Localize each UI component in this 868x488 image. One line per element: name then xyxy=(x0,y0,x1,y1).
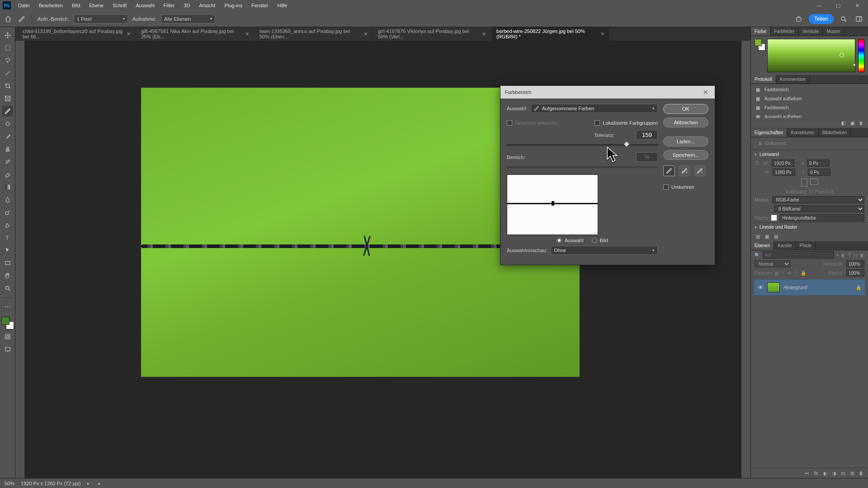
menu-hilfe[interactable]: Hilfe xyxy=(274,1,291,9)
history-item[interactable]: ▦Farbbereich xyxy=(751,103,868,112)
eyedropper-add-icon[interactable] xyxy=(679,165,690,176)
opacity-field[interactable] xyxy=(846,260,864,267)
window-restore-button[interactable]: ▢ xyxy=(830,0,846,10)
blend-mode-select[interactable]: Normal xyxy=(755,260,791,267)
tab-kanaele[interactable]: Kanäle xyxy=(774,241,796,250)
menu-schrift[interactable]: Schrift xyxy=(109,1,130,9)
eyedropper-subtract-icon[interactable] xyxy=(694,165,706,176)
document-tab[interactable]: girl-4197876 Viktoriya auf Pixabay.jpg b… xyxy=(373,27,491,42)
workspace-icon[interactable] xyxy=(854,14,864,24)
dialog-titlebar[interactable]: Farbbereich ✕ xyxy=(500,86,715,99)
zoom-level[interactable]: 50% xyxy=(5,481,14,486)
cloud-doc-icon[interactable] xyxy=(793,14,804,24)
eraser-tool[interactable] xyxy=(2,169,13,180)
lock-icon[interactable]: 🔒 xyxy=(856,285,861,290)
close-icon[interactable]: × xyxy=(364,30,368,38)
toleranz-input[interactable] xyxy=(636,130,658,140)
rectangle-tool[interactable] xyxy=(2,258,13,268)
fill-field[interactable] xyxy=(780,214,864,221)
vorschau-select[interactable]: Ohne▾ xyxy=(551,246,658,255)
filter-search-icon[interactable]: 🔍 xyxy=(755,253,760,258)
guides-icon[interactable]: ▤ xyxy=(773,233,779,239)
link-icon[interactable]: ⇅ xyxy=(755,160,759,166)
close-icon[interactable]: × xyxy=(601,30,604,38)
lock-position-icon[interactable]: ✥ xyxy=(788,271,791,276)
document-tab[interactable]: lawn-1335365_annca auf Pixabay.jpg bei 5… xyxy=(255,27,373,42)
lasso-tool[interactable] xyxy=(2,55,13,66)
color-swatches[interactable] xyxy=(1,317,14,329)
history-item[interactable]: ▦Auswahl aufheben xyxy=(751,94,868,103)
filter-smart-icon[interactable]: ◧ xyxy=(860,253,864,258)
auswahl-select[interactable]: Aufgenommene Farben▾ xyxy=(531,104,658,113)
menu-datei[interactable]: Datei xyxy=(14,1,33,9)
umkehren-checkbox[interactable] xyxy=(663,184,669,190)
width-field[interactable] xyxy=(772,160,794,167)
bit-select[interactable]: 8 Bit/Kanal xyxy=(774,205,864,212)
menu-auswahl[interactable]: Auswahl xyxy=(132,1,158,9)
share-button[interactable]: Teilen xyxy=(809,14,834,24)
aufnahme-select[interactable]: Alle Ebenen▾ xyxy=(161,14,215,23)
screen-mode-icon[interactable] xyxy=(2,344,13,355)
tab-kommentare[interactable]: Kommentare xyxy=(776,75,810,84)
radio-auswahl[interactable]: Auswahl xyxy=(557,238,584,243)
layer-mask-icon[interactable]: ◐ xyxy=(822,470,828,476)
aufn-bereich-select[interactable]: 1 Pixel▾ xyxy=(74,14,128,23)
document-tab[interactable]: child-613199_bottomlayercz0 auf Pixabay.… xyxy=(18,27,136,42)
dodge-tool[interactable] xyxy=(2,207,13,218)
filter-adjust-icon[interactable]: ◐ xyxy=(841,253,845,258)
dialog-close-button[interactable]: ✕ xyxy=(701,88,710,97)
tab-korrekturen[interactable]: Korrekturen xyxy=(787,128,818,137)
history-trash-icon[interactable]: 🗑 xyxy=(858,120,864,126)
radio-bild[interactable]: Bild xyxy=(592,238,608,243)
filter-shape-icon[interactable]: ▭ xyxy=(854,253,858,258)
lock-pixels-icon[interactable]: ▩ xyxy=(774,271,778,276)
filter-pixel-icon[interactable]: ▪ xyxy=(837,253,839,258)
quick-mask-icon[interactable] xyxy=(2,331,13,342)
zoom-tool[interactable] xyxy=(2,283,13,294)
tab-farbfelder[interactable]: Farbfelder xyxy=(770,27,799,36)
section-leinwand[interactable]: ▾Leinwand xyxy=(751,150,868,159)
path-select-tool[interactable] xyxy=(2,245,13,256)
stamp-tool[interactable] xyxy=(2,144,13,155)
tab-protokoll[interactable]: Protokoll xyxy=(751,75,776,84)
move-tool[interactable] xyxy=(2,30,13,41)
layer-thumbnail[interactable] xyxy=(767,282,780,292)
blur-tool[interactable] xyxy=(2,194,13,205)
visibility-icon[interactable]: 👁 xyxy=(758,284,764,291)
group-icon[interactable]: 🗀 xyxy=(840,470,846,476)
lock-artboard-icon[interactable]: ▢ xyxy=(794,271,798,276)
menu-filter[interactable]: Filter xyxy=(160,1,178,9)
layer-filter-input[interactable] xyxy=(763,251,834,258)
window-close-button[interactable]: ✕ xyxy=(849,0,865,10)
tab-muster[interactable]: Muster xyxy=(823,27,844,36)
lokalisierte-checkbox[interactable] xyxy=(594,120,600,126)
filter-type-icon[interactable]: T xyxy=(848,253,851,258)
tab-eigenschaften[interactable]: Eigenschaften xyxy=(751,128,787,137)
adjustment-layer-icon[interactable]: ◑ xyxy=(831,470,837,476)
history-item[interactable]: ▦Auswahl aufheben xyxy=(751,112,868,118)
document-tab[interactable]: gift-4567561 Nika Akin auf Pixabay.jpg b… xyxy=(137,27,254,42)
ok-button[interactable]: OK xyxy=(663,104,708,114)
mode-select[interactable]: RGB-Farbe xyxy=(772,196,864,203)
lock-brush-icon[interactable]: ✎ xyxy=(781,271,785,276)
crop-tool[interactable] xyxy=(2,80,13,91)
history-snapshot-icon[interactable]: ◧ xyxy=(840,120,846,126)
y-field[interactable] xyxy=(808,169,830,176)
eyedropper-sample-icon[interactable] xyxy=(663,165,675,176)
tab-pfade[interactable]: Pfade xyxy=(796,241,816,250)
pen-tool[interactable] xyxy=(2,220,13,230)
eyedropper-icon[interactable] xyxy=(17,14,26,23)
healing-tool[interactable] xyxy=(2,118,13,129)
tab-bibliotheken[interactable]: Bibliotheken xyxy=(819,128,851,137)
gradient-tool[interactable] xyxy=(2,182,13,192)
menu-ansicht[interactable]: Ansicht xyxy=(195,1,219,9)
window-minimize-button[interactable]: — xyxy=(811,0,827,10)
speichern-button[interactable]: Speichern... xyxy=(663,150,708,160)
link-layers-icon[interactable]: ⚯ xyxy=(804,470,810,476)
layer-name[interactable]: Hintergrund xyxy=(783,285,807,290)
close-icon[interactable]: × xyxy=(245,30,249,38)
type-tool[interactable]: T xyxy=(2,232,13,243)
chevron-right-icon[interactable]: ▸ xyxy=(87,481,90,486)
hue-strip[interactable] xyxy=(858,39,864,72)
section-lineale[interactable]: ▾Lineale und Raster xyxy=(751,223,868,231)
